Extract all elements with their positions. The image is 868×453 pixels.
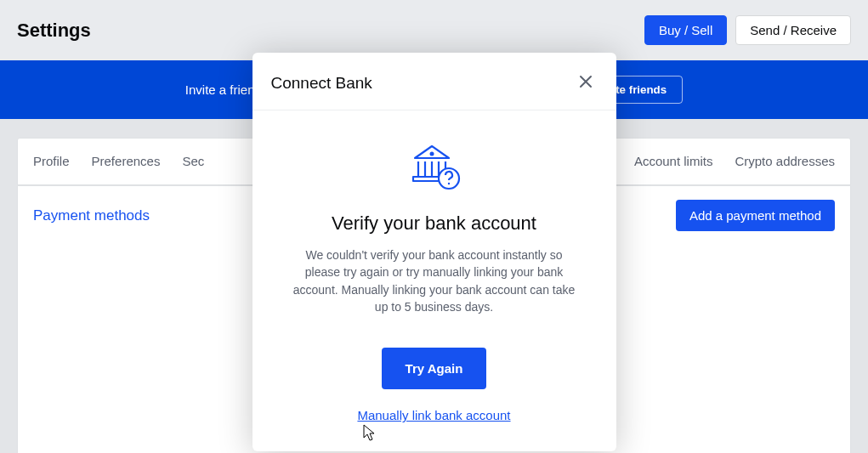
manually-link-bank-link[interactable]: Manually link bank account	[285, 408, 584, 422]
bank-question-icon	[406, 141, 462, 192]
modal-description: We couldn't verify your bank account ins…	[290, 246, 579, 315]
modal-heading: Verify your bank account	[285, 212, 584, 235]
try-again-button[interactable]: Try Again	[382, 348, 487, 389]
connect-bank-modal: Connect Bank	[252, 53, 616, 451]
close-button[interactable]	[574, 70, 598, 96]
modal-header: Connect Bank	[252, 53, 616, 110]
svg-point-8	[447, 183, 449, 184]
modal-body: Verify your bank account We couldn't ver…	[252, 110, 616, 451]
modal-overlay: Connect Bank	[0, 0, 868, 453]
svg-point-0	[429, 152, 434, 156]
close-icon	[577, 73, 594, 90]
modal-title: Connect Bank	[271, 74, 372, 93]
